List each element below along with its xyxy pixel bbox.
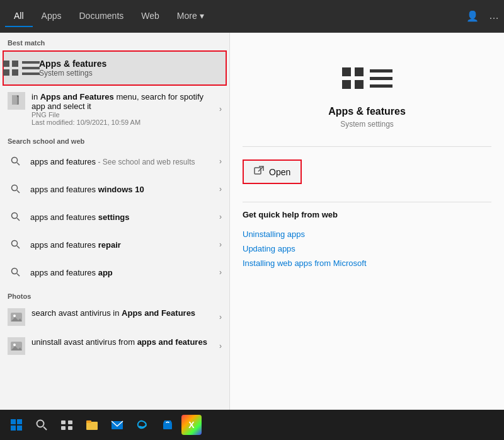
app-preview-icon xyxy=(347,58,387,98)
file-result-item[interactable]: in Apps and Features menu, search for sp… xyxy=(0,87,229,131)
web-item-text-1: apps and features windows 10 xyxy=(30,185,213,194)
taskbar: X xyxy=(0,410,504,440)
web-item-text-0: apps and features - See school and web r… xyxy=(30,157,213,166)
svg-rect-29 xyxy=(61,420,66,424)
taskbar-mail-icon[interactable] xyxy=(106,414,129,436)
tab-web[interactable]: Web xyxy=(132,6,168,27)
chevron-right-icon: › xyxy=(219,313,222,321)
svg-line-8 xyxy=(17,218,20,221)
web-item-3[interactable]: apps and features repair › xyxy=(0,231,229,258)
help-link-2[interactable]: Installing web apps from Microsoft xyxy=(243,256,491,270)
best-match-subtitle: System settings xyxy=(39,69,106,78)
svg-rect-34 xyxy=(86,420,91,423)
apps-features-icon xyxy=(11,58,32,78)
svg-line-28 xyxy=(43,427,47,430)
quick-help-title: Get quick help from web xyxy=(243,210,491,219)
svg-rect-26 xyxy=(17,426,22,431)
file-title: in Apps and Features menu, search for sp… xyxy=(32,92,213,111)
app-preview-title: Apps & features xyxy=(328,106,406,117)
chevron-right-icon: › xyxy=(219,157,222,166)
content-area: Best match xyxy=(0,33,504,440)
open-button-container: Open xyxy=(243,159,491,184)
web-item-1[interactable]: apps and features windows 10 › xyxy=(0,175,229,203)
search-icon xyxy=(8,181,24,197)
tab-apps[interactable]: Apps xyxy=(33,6,71,27)
svg-rect-24 xyxy=(17,419,22,424)
svg-line-4 xyxy=(17,163,20,165)
chevron-right-icon: › xyxy=(219,342,222,350)
best-match-label: Best match xyxy=(0,33,229,49)
svg-rect-23 xyxy=(11,419,16,424)
taskbar-taskview-icon[interactable] xyxy=(55,414,78,436)
more-options-icon[interactable]: … xyxy=(489,10,499,22)
app-preview-subtitle: System settings xyxy=(340,120,394,129)
file-icon xyxy=(8,92,25,110)
photos-item-1[interactable]: uninstall avast antivirus from apps and … xyxy=(0,332,229,361)
chevron-right-icon: › xyxy=(219,105,222,113)
svg-rect-30 xyxy=(68,420,72,424)
search-icon xyxy=(8,153,24,170)
svg-point-11 xyxy=(12,269,18,274)
taskbar-store-icon[interactable] xyxy=(156,414,179,436)
tab-all[interactable]: All xyxy=(5,6,33,27)
tab-more[interactable]: More ▾ xyxy=(168,6,213,27)
chevron-right-icon: › xyxy=(219,268,222,277)
svg-point-7 xyxy=(12,213,18,219)
svg-point-9 xyxy=(12,241,18,246)
start-menu: All Apps Documents Web More ▾ 👤 … Best m… xyxy=(0,0,504,440)
best-match-item[interactable]: Apps & features System settings xyxy=(3,50,227,86)
taskbar-windows-icon[interactable] xyxy=(5,414,28,436)
search-icon xyxy=(8,264,24,281)
photo-icon xyxy=(8,308,25,326)
svg-point-17 xyxy=(13,344,16,346)
divider xyxy=(243,146,491,147)
svg-rect-21 xyxy=(255,168,261,174)
person-icon[interactable]: 👤 xyxy=(466,10,479,22)
web-item-2[interactable]: apps and features settings › xyxy=(0,203,229,231)
taskbar-search-icon[interactable] xyxy=(30,414,53,436)
web-item-0[interactable]: apps and features - See school and web r… xyxy=(0,148,229,175)
chevron-right-icon: › xyxy=(219,212,222,221)
svg-point-3 xyxy=(12,158,18,163)
help-link-1[interactable]: Updating apps xyxy=(243,241,491,256)
photos-label: Photos xyxy=(0,286,229,303)
chevron-down-icon: ▾ xyxy=(200,11,204,21)
open-icon xyxy=(254,166,264,178)
help-link-0[interactable]: Uninstalling apps xyxy=(243,227,491,241)
photos-item-text-0: search avast antivirus in Apps and Featu… xyxy=(32,308,213,318)
nav-icon-group: 👤 … xyxy=(466,10,499,22)
svg-point-5 xyxy=(12,185,18,191)
web-search-label: Search school and web xyxy=(0,131,229,148)
open-label: Open xyxy=(269,167,290,177)
chevron-right-icon: › xyxy=(219,240,222,249)
best-match-title: Apps & features xyxy=(39,59,106,69)
divider-2 xyxy=(243,202,491,202)
photos-item-text-1: uninstall avast antivirus from apps and … xyxy=(32,337,213,347)
chevron-right-icon: › xyxy=(219,185,222,194)
svg-rect-32 xyxy=(68,426,72,430)
file-modified: Last modified: 10/9/2021, 10:59 AM xyxy=(32,119,213,126)
svg-rect-31 xyxy=(61,426,66,430)
tab-documents[interactable]: Documents xyxy=(70,6,132,27)
taskbar-edge-icon[interactable] xyxy=(131,414,154,436)
svg-line-12 xyxy=(17,274,20,276)
svg-line-6 xyxy=(17,190,20,193)
svg-rect-25 xyxy=(11,426,16,431)
right-panel: Apps & features System settings Open xyxy=(230,33,504,440)
svg-rect-36 xyxy=(163,423,172,429)
app-preview: Apps & features System settings xyxy=(243,45,491,139)
nav-tabs: All Apps Documents Web More ▾ 👤 … xyxy=(0,0,504,33)
web-item-text-4: apps and features app xyxy=(30,268,213,277)
svg-line-10 xyxy=(17,246,20,248)
web-item-4[interactable]: apps and features app › xyxy=(0,258,229,286)
web-item-text-3: apps and features repair xyxy=(30,240,213,250)
photo-icon xyxy=(8,337,25,355)
open-button[interactable]: Open xyxy=(243,159,302,184)
taskbar-explorer-icon[interactable] xyxy=(81,414,103,436)
web-item-text-2: apps and features settings xyxy=(30,212,213,222)
svg-point-14 xyxy=(13,315,16,317)
svg-rect-1 xyxy=(12,95,17,105)
left-panel: Best match xyxy=(0,33,230,440)
taskbar-gamepass-icon[interactable]: X xyxy=(181,415,202,435)
photos-item-0[interactable]: search avast antivirus in Apps and Featu… xyxy=(0,303,229,332)
